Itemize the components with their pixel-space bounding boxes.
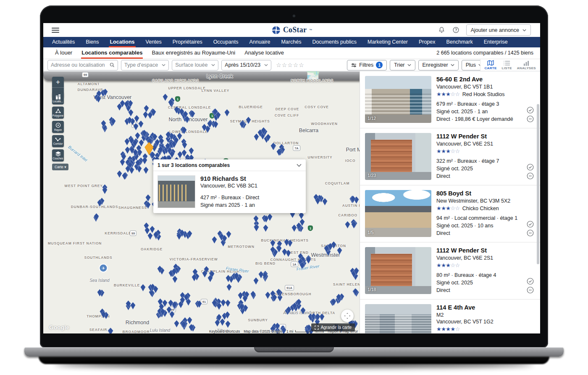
map-canvas[interactable]: Lynn CreekWest VancouverNorth VancouverB… xyxy=(43,71,360,333)
property-marker[interactable] xyxy=(189,324,194,333)
panel-scrollbar[interactable] xyxy=(537,104,539,264)
property-marker[interactable] xyxy=(254,224,259,233)
property-marker[interactable] xyxy=(336,294,341,302)
property-marker[interactable] xyxy=(97,199,102,208)
property-marker[interactable] xyxy=(96,95,101,104)
property-card[interactable]: 1/231112 W Pender StVancouver, BC V6E 2S… xyxy=(360,128,540,185)
property-title[interactable]: 805 Boyd St xyxy=(436,190,535,197)
property-marker[interactable] xyxy=(135,159,141,168)
property-marker[interactable] xyxy=(226,275,231,284)
check-circle-icon[interactable] xyxy=(527,164,534,171)
property-marker[interactable] xyxy=(143,167,149,175)
property-card[interactable]: 1/181112 W Pender StVancouver, BC V6E 2S… xyxy=(360,242,540,299)
property-marker[interactable] xyxy=(122,172,127,181)
property-marker[interactable] xyxy=(246,117,251,125)
property-marker[interactable] xyxy=(224,109,230,118)
property-marker[interactable] xyxy=(153,231,159,240)
property-marker[interactable] xyxy=(190,110,195,119)
property-marker[interactable] xyxy=(157,266,163,274)
property-marker[interactable] xyxy=(174,106,179,115)
subtab--louer[interactable]: À louer xyxy=(50,47,77,59)
property-marker[interactable] xyxy=(168,99,173,108)
property-title[interactable]: 1112 W Pender St xyxy=(436,247,535,254)
property-marker[interactable] xyxy=(181,321,186,330)
property-marker[interactable] xyxy=(212,236,217,245)
map-tool-rayon[interactable]: Rayon xyxy=(52,121,64,133)
property-marker[interactable] xyxy=(306,256,311,265)
check-circle-icon[interactable] xyxy=(527,221,534,228)
property-marker[interactable] xyxy=(133,149,138,158)
property-marker[interactable] xyxy=(225,299,231,308)
check-circle-icon[interactable] xyxy=(527,278,534,285)
property-title[interactable]: 1112 W Pender St xyxy=(436,133,535,140)
property-marker[interactable] xyxy=(353,288,358,297)
property-marker[interactable] xyxy=(132,139,138,148)
property-marker[interactable] xyxy=(134,115,139,124)
property-marker[interactable] xyxy=(133,123,139,132)
property-marker[interactable] xyxy=(322,198,328,207)
property-marker[interactable] xyxy=(180,297,185,305)
property-marker[interactable] xyxy=(160,308,165,317)
property-photo[interactable]: 1/23 xyxy=(365,133,431,180)
selected-property-marker[interactable] xyxy=(144,142,154,156)
property-marker[interactable] xyxy=(171,268,177,277)
property-marker[interactable] xyxy=(350,195,356,204)
property-marker[interactable] xyxy=(142,130,147,138)
property-marker[interactable] xyxy=(101,311,106,320)
nav-item-propri-taires[interactable]: Propriétaires xyxy=(167,37,208,47)
property-marker[interactable] xyxy=(197,300,202,309)
property-marker[interactable] xyxy=(159,138,164,146)
keyboard-shortcuts-link[interactable]: Keyboard shortcuts xyxy=(209,329,240,333)
map-tool-localis[interactable]: Localis... xyxy=(52,92,64,104)
property-marker[interactable] xyxy=(270,143,276,151)
property-marker[interactable] xyxy=(202,124,207,133)
add-listing-button[interactable]: Ajouter une annonce xyxy=(466,24,531,36)
property-marker[interactable] xyxy=(234,273,239,281)
nav-item-locations[interactable]: Locations xyxy=(104,37,140,47)
filters-button[interactable]: Filtres 1 xyxy=(347,60,387,70)
property-marker[interactable] xyxy=(172,301,177,310)
property-marker[interactable] xyxy=(225,311,230,320)
property-marker[interactable] xyxy=(144,227,150,236)
property-marker[interactable] xyxy=(127,117,132,125)
popup-property-photo[interactable] xyxy=(158,175,195,208)
property-marker[interactable] xyxy=(354,268,359,276)
property-card[interactable]: 114 E 4th AveM2Vancouver, BC V5T 1G2★★★★… xyxy=(360,299,540,333)
view-toggle-liste[interactable]: LISTE xyxy=(502,60,512,70)
nav-item-benchmark[interactable]: Benchmark xyxy=(441,37,478,47)
property-marker[interactable] xyxy=(315,313,320,322)
property-marker[interactable] xyxy=(145,201,151,210)
property-marker[interactable] xyxy=(187,230,192,239)
nav-item-enterprise[interactable]: Enterprise xyxy=(478,37,513,47)
property-marker[interactable] xyxy=(152,133,158,142)
property-marker[interactable] xyxy=(124,101,129,109)
property-marker[interactable] xyxy=(337,247,342,256)
property-marker[interactable] xyxy=(102,187,108,195)
popup-property-title[interactable]: 910 Richards St xyxy=(200,175,259,182)
property-marker[interactable] xyxy=(263,224,268,233)
check-circle-icon[interactable] xyxy=(527,107,534,114)
property-marker[interactable] xyxy=(276,289,281,297)
property-marker[interactable] xyxy=(261,127,266,136)
property-marker[interactable] xyxy=(179,229,185,238)
property-marker[interactable] xyxy=(215,112,221,120)
property-marker[interactable] xyxy=(102,89,108,97)
map-tool-couches[interactable]: Couches xyxy=(52,149,64,161)
map-popup[interactable]: 1 sur 3 locations comparables 910 Richar… xyxy=(153,159,306,213)
property-marker[interactable] xyxy=(299,262,305,271)
property-marker[interactable] xyxy=(165,131,171,140)
pan-control-button[interactable] xyxy=(341,310,354,322)
property-marker[interactable] xyxy=(144,105,149,114)
property-marker[interactable] xyxy=(226,284,232,292)
popup-collapse-chevron-icon[interactable] xyxy=(297,164,302,167)
view-toggle-analyses[interactable]: ANALYSES xyxy=(517,60,536,70)
nav-item-march-s[interactable]: Marchés xyxy=(276,37,307,47)
property-marker[interactable] xyxy=(130,302,136,311)
property-marker[interactable] xyxy=(253,215,259,224)
sort-button[interactable]: Trier xyxy=(390,60,415,70)
property-marker[interactable] xyxy=(328,243,333,252)
property-marker[interactable] xyxy=(270,246,276,255)
property-marker[interactable] xyxy=(177,151,183,160)
property-photo[interactable]: 1/12 xyxy=(365,76,431,123)
property-marker[interactable] xyxy=(108,328,113,333)
